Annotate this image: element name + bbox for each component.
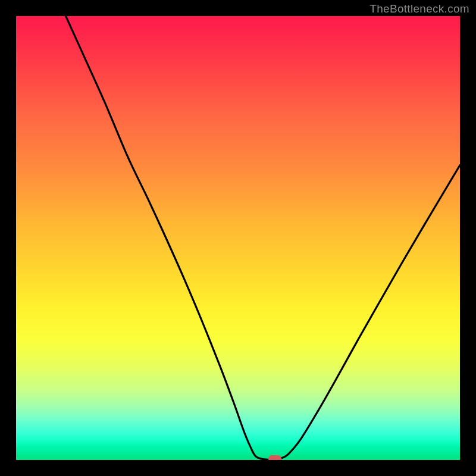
chart-frame: TheBottleneck.com bbox=[0, 0, 476, 476]
bottleneck-curve bbox=[16, 16, 460, 460]
plot-area bbox=[16, 16, 460, 460]
optimal-point-marker bbox=[268, 455, 281, 460]
watermark-text: TheBottleneck.com bbox=[369, 2, 469, 15]
